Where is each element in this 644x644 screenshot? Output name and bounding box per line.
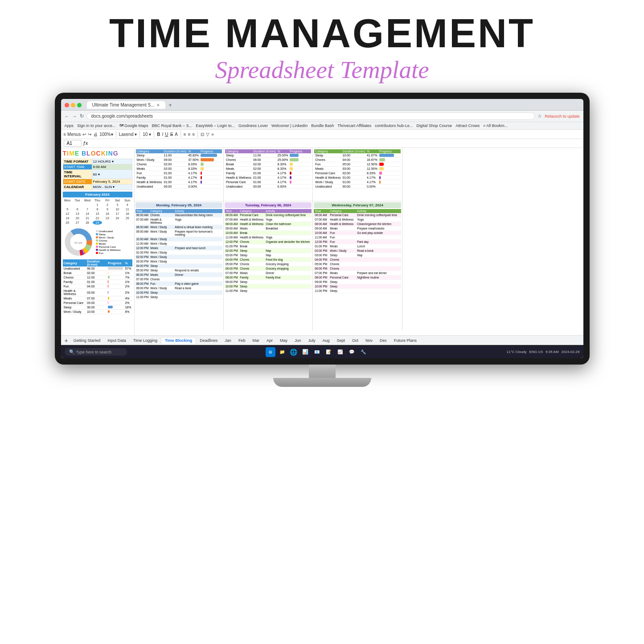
bookmark-bundle[interactable]: Bundle Bash xyxy=(311,123,334,128)
new-tab-icon[interactable]: + xyxy=(169,102,172,108)
bookmark-apps[interactable]: Apps xyxy=(65,123,74,128)
setting-val-4[interactable]: February 5, 2024 xyxy=(92,179,132,185)
bookmark-contrib[interactable]: contributors hub-Le... xyxy=(375,123,413,128)
cal-day-28[interactable]: 28 xyxy=(82,221,92,225)
print-btn[interactable]: 🖨 xyxy=(93,132,98,137)
tab-dec[interactable]: Dec xyxy=(376,337,390,344)
bold-btn[interactable]: B xyxy=(157,132,160,137)
browser-tab[interactable]: Ultimate Time Management S... ✕ xyxy=(87,101,165,109)
tab-input-data[interactable]: Input Data xyxy=(104,337,130,344)
tab-getting-started[interactable]: Getting Started xyxy=(70,337,104,344)
setting-val-5[interactable]: MON - SUN ▾ xyxy=(92,185,132,190)
search-placeholder[interactable]: Type here to search xyxy=(76,350,112,354)
minimize-btn[interactable] xyxy=(71,103,75,107)
taskbar-search[interactable]: 🔍 Type here to search xyxy=(65,348,127,356)
cal-day-16[interactable]: 16 xyxy=(103,212,112,216)
tab-feb[interactable]: Feb xyxy=(235,337,249,344)
tab-deadlines[interactable]: Deadlines xyxy=(196,337,221,344)
font-selector[interactable]: Laxend ▾ xyxy=(119,132,137,137)
cal-day-10[interactable]: 10 xyxy=(113,207,122,211)
tab-time-blocking[interactable]: Time Blocking xyxy=(161,337,196,344)
tab-jun[interactable]: Jun xyxy=(291,337,305,344)
cal-day-2[interactable]: 2 xyxy=(103,203,112,207)
taskbar-file-explorer[interactable]: 📁 xyxy=(277,347,287,357)
cal-day-29[interactable]: 29 xyxy=(93,221,102,225)
tab-jul[interactable]: July xyxy=(304,337,319,344)
cal-day-20[interactable]: 20 xyxy=(73,216,82,220)
bookmark-linkedin[interactable]: Welcome! | LinkedIn xyxy=(271,123,308,128)
tab-oct[interactable]: Oct xyxy=(349,337,362,344)
tab-sept[interactable]: Sept xyxy=(333,337,349,344)
tab-may[interactable]: May xyxy=(276,337,291,344)
cal-day-24[interactable]: 24 xyxy=(113,216,122,220)
more-tools[interactable]: » xyxy=(211,132,214,137)
taskbar-other[interactable]: 🔧 xyxy=(358,347,368,357)
cell-reference[interactable]: A1 xyxy=(64,140,82,147)
strikethrough-btn[interactable]: S xyxy=(170,132,173,137)
address-bar[interactable]: docs.google.com/spreadsheets xyxy=(86,112,535,120)
bookmark-attract[interactable]: Attract Crows xyxy=(455,123,480,128)
align-left-btn[interactable]: ≡ xyxy=(184,132,186,137)
filter-btn[interactable]: ▽ xyxy=(206,132,209,137)
cal-day-1[interactable]: 1 xyxy=(93,203,102,207)
tab-time-logging[interactable]: Time Logging xyxy=(130,337,161,344)
taskbar-sheets[interactable]: 📊 xyxy=(300,347,310,357)
taskbar-powerpoint[interactable]: 📈 xyxy=(335,347,345,357)
cal-day-15[interactable]: 15 xyxy=(93,212,102,216)
tab-future[interactable]: Future Plans xyxy=(390,337,420,344)
cal-day-8[interactable]: 8 xyxy=(93,207,102,211)
italic-btn[interactable]: I xyxy=(162,132,163,137)
close-btn[interactable] xyxy=(65,103,69,107)
cal-day-18[interactable]: 18 xyxy=(123,212,132,216)
bookmark-easyweb[interactable]: EasyWeb – Login to... xyxy=(196,123,235,128)
undo-btn[interactable]: ↩ xyxy=(82,132,86,137)
underline-btn[interactable]: U xyxy=(165,132,168,137)
setting-val-3[interactable]: 60 ▾ xyxy=(92,170,132,179)
forward-btn[interactable]: → xyxy=(72,114,77,119)
bookmark-digital[interactable]: Digital Shop Course xyxy=(416,123,452,128)
cal-day-23[interactable]: 23 xyxy=(103,216,112,220)
tab-mar[interactable]: Mar xyxy=(249,337,263,344)
cal-day-22[interactable]: 22 xyxy=(93,216,102,220)
start-btn[interactable]: ⊞ xyxy=(266,347,275,357)
bookmark-bbc[interactable]: BBC Royal Bank – S... xyxy=(152,123,193,128)
cal-day-21[interactable]: 21 xyxy=(82,216,92,220)
tab-nov[interactable]: Nov xyxy=(362,337,376,344)
taskbar-word[interactable]: 📝 xyxy=(324,347,333,357)
cal-day-26[interactable]: 26 xyxy=(63,221,72,225)
align-center-btn[interactable]: ≡ xyxy=(188,132,191,137)
tab-close-icon[interactable]: ✕ xyxy=(156,103,160,107)
taskbar-teams[interactable]: 💬 xyxy=(347,347,357,357)
cal-day-27[interactable]: 27 xyxy=(73,221,82,225)
cal-day-11[interactable]: 11 xyxy=(123,207,132,211)
bookmark-goodness[interactable]: Goodness Lover xyxy=(238,123,268,128)
cal-day-14[interactable]: 14 xyxy=(82,212,92,216)
cal-day-12[interactable]: 12 xyxy=(63,212,72,216)
cal-day-5[interactable]: 5 xyxy=(63,207,72,211)
font-size[interactable]: 10 ▾ xyxy=(143,132,151,137)
back-btn[interactable]: ← xyxy=(65,114,70,119)
tab-jan[interactable]: Jan xyxy=(221,337,235,344)
tab-apr[interactable]: Apr xyxy=(263,337,276,344)
cal-day-19[interactable]: 19 xyxy=(63,216,72,220)
cal-day-13[interactable]: 13 xyxy=(73,212,82,216)
taskbar-outlook[interactable]: 📧 xyxy=(312,347,322,357)
maximize-btn[interactable] xyxy=(77,103,82,107)
setting-val-1[interactable]: 12 HOURS ▾ xyxy=(92,159,132,164)
bookmark-thrive[interactable]: Thrivecart Affiliates xyxy=(337,123,371,128)
zoom-level[interactable]: 100%▾ xyxy=(99,132,113,137)
merge-btn[interactable]: ⊡ xyxy=(201,132,204,137)
bookmark-icon[interactable]: ☆ xyxy=(537,113,542,119)
bookmark-all[interactable]: » All Bookm... xyxy=(483,123,508,128)
add-sheet-btn[interactable]: + xyxy=(63,337,70,344)
cal-day-6[interactable]: 6 xyxy=(73,207,82,211)
cal-day-17[interactable]: 17 xyxy=(113,212,122,216)
cal-day-7[interactable]: 7 xyxy=(82,207,92,211)
taskbar-chrome[interactable]: 🌐 xyxy=(289,347,299,357)
text-color-btn[interactable]: A xyxy=(175,132,178,137)
cal-day-3[interactable]: 3 xyxy=(113,203,122,207)
cal-day-4[interactable]: 4 xyxy=(123,203,132,207)
cal-day-9[interactable]: 9 xyxy=(103,207,112,211)
reload-btn[interactable]: ↻ xyxy=(80,113,84,119)
setting-val-2[interactable]: 6:00 AM xyxy=(92,164,132,170)
